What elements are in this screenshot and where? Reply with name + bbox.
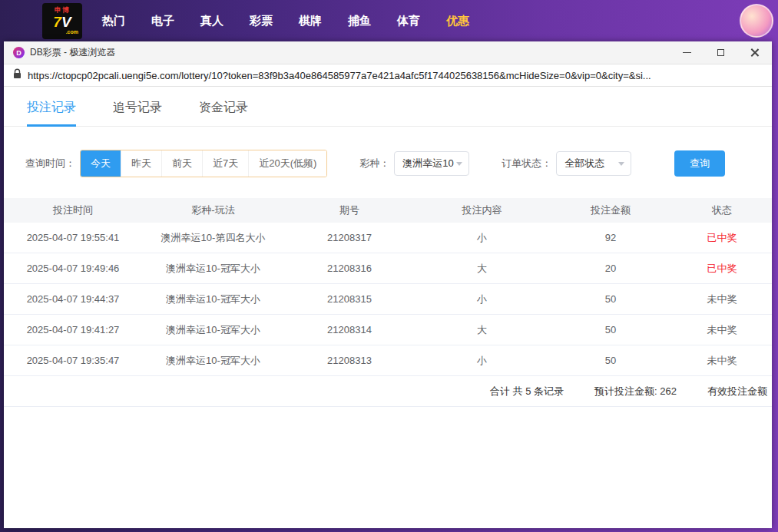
chevron-down-icon	[618, 162, 624, 166]
time-range-option[interactable]: 前天	[161, 150, 202, 177]
table-header-row: 投注时间彩种-玩法期号投注内容投注金额状态	[4, 198, 772, 223]
bet-time: 2025-04-07 19:35:47	[4, 355, 142, 366]
table-row: 2025-04-07 19:41:27 澳洲幸运10-冠军大小 21208314…	[4, 315, 772, 345]
bet-issue: 21208314	[284, 324, 415, 335]
maximize-icon[interactable]	[715, 48, 726, 58]
bet-amount: 50	[549, 293, 672, 305]
order-status-value: 全部状态	[564, 157, 604, 170]
site-logo-main-text: 7V	[42, 15, 82, 29]
nav-item[interactable]: 捕鱼	[348, 14, 371, 28]
bet-content: 大	[415, 323, 549, 337]
lottery-filter-label: 彩种：	[359, 157, 389, 170]
column-header: 投注内容	[415, 203, 549, 217]
bet-status: 未中奖	[672, 323, 772, 337]
nav-item[interactable]: 体育	[397, 14, 420, 28]
bet-amount: 92	[549, 232, 672, 243]
column-header: 状态	[672, 203, 772, 217]
lottery-select[interactable]: 澳洲幸运10	[394, 151, 469, 176]
bet-content: 小	[415, 231, 549, 245]
bet-records-table: 投注时间彩种-玩法期号投注内容投注金额状态 2025-04-07 19:55:4…	[4, 198, 772, 407]
summary-expected-amount: 预计投注金额: 262	[594, 385, 677, 398]
bet-issue: 21208313	[284, 355, 415, 366]
url-text: https://ctopcp02pcali.uengi5e.com/lotter…	[28, 70, 651, 81]
filter-bar: 查询时间： 今天昨天前天近7天近20天(低频) 彩种： 澳洲幸运10 订单状态：…	[25, 150, 772, 177]
bet-status: 未中奖	[672, 354, 772, 368]
column-header: 彩种-玩法	[142, 203, 284, 217]
bet-time: 2025-04-07 19:44:37	[4, 293, 142, 305]
browser-favicon-icon: D	[13, 47, 25, 58]
bet-amount: 20	[549, 263, 672, 274]
site-logo-suffix: .com	[42, 29, 82, 35]
table-row: 2025-04-07 19:55:41 澳洲幸运10-第四名大小 2120831…	[4, 223, 772, 253]
column-header: 投注金额	[549, 203, 672, 217]
column-header: 投注时间	[4, 203, 142, 217]
table-summary-row: 合计 共 5 条记录 预计投注金额: 262 有效投注金额	[4, 376, 772, 407]
bet-content: 小	[415, 354, 549, 368]
minimize-icon[interactable]	[681, 48, 692, 58]
address-bar[interactable]: https://ctopcp02pcali.uengi5e.com/lotter…	[4, 64, 772, 87]
lottery-select-value: 澳洲幸运10	[402, 157, 453, 170]
bet-status: 已中奖	[672, 231, 772, 245]
bet-issue: 21208316	[284, 263, 415, 274]
close-icon[interactable]	[749, 48, 760, 58]
window-titlebar: D DB彩票 - 极速浏览器	[4, 41, 772, 64]
table-row: 2025-04-07 19:49:46 澳洲幸运10-冠军大小 21208316…	[4, 253, 772, 284]
nav-item[interactable]: 真人	[200, 14, 223, 28]
bet-time: 2025-04-07 19:41:27	[4, 324, 142, 335]
bet-time: 2025-04-07 19:49:46	[4, 263, 142, 274]
bet-status: 未中奖	[672, 292, 772, 306]
bet-content: 大	[415, 262, 549, 276]
time-range-group: 今天昨天前天近7天近20天(低频)	[80, 150, 327, 177]
site-nav-items: 热门电子真人彩票棋牌捕鱼体育优惠	[102, 14, 469, 28]
tab[interactable]: 资金记录	[199, 100, 248, 126]
lock-icon	[13, 68, 22, 82]
bet-time: 2025-04-07 19:55:41	[4, 232, 142, 243]
order-status-label: 订单状态：	[502, 157, 551, 170]
bet-status: 已中奖	[672, 262, 772, 276]
user-avatar[interactable]	[740, 4, 773, 38]
bet-issue: 21208317	[284, 232, 415, 243]
tab[interactable]: 投注记录	[27, 100, 76, 126]
tab[interactable]: 追号记录	[113, 100, 162, 126]
bet-game: 澳洲幸运10-冠军大小	[142, 354, 284, 368]
time-range-option[interactable]: 今天	[81, 150, 121, 177]
bet-game: 澳洲幸运10-冠军大小	[142, 323, 284, 337]
window-controls	[681, 48, 763, 58]
nav-item[interactable]: 电子	[151, 14, 174, 28]
table-row: 2025-04-07 19:44:37 澳洲幸运10-冠军大小 21208315…	[4, 284, 772, 315]
record-tabs: 投注记录追号记录资金记录	[4, 87, 772, 127]
bet-game: 澳洲幸运10-冠军大小	[142, 262, 284, 276]
nav-item[interactable]: 热门	[102, 14, 125, 28]
bet-content: 小	[415, 292, 549, 306]
window-title: DB彩票 - 极速浏览器	[30, 46, 115, 59]
summary-valid-amount: 有效投注金额	[707, 385, 767, 398]
table-row: 2025-04-07 19:35:47 澳洲幸运10-冠军大小 21208313…	[4, 345, 772, 376]
search-button[interactable]: 查询	[674, 150, 725, 177]
column-header: 期号	[284, 203, 415, 217]
nav-item[interactable]: 彩票	[250, 14, 273, 28]
time-range-option[interactable]: 近20天(低频)	[248, 150, 326, 177]
table-body: 2025-04-07 19:55:41 澳洲幸运10-第四名大小 2120831…	[4, 223, 772, 376]
bet-game: 澳洲幸运10-冠军大小	[142, 292, 284, 306]
bet-game: 澳洲幸运10-第四名大小	[142, 231, 284, 245]
time-range-option[interactable]: 昨天	[121, 150, 161, 177]
browser-window: D DB彩票 - 极速浏览器 https://ctopcp02pcali.uen…	[4, 41, 772, 528]
site-logo[interactable]: 申博 7V .com	[42, 3, 82, 39]
page-content: 投注记录追号记录资金记录 查询时间： 今天昨天前天近7天近20天(低频) 彩种：…	[4, 87, 772, 528]
summary-total: 合计 共 5 条记录	[490, 385, 564, 398]
bet-amount: 50	[549, 324, 672, 335]
nav-item[interactable]: 棋牌	[299, 14, 322, 28]
order-status-select[interactable]: 全部状态	[556, 151, 631, 176]
time-filter-label: 查询时间：	[25, 157, 75, 170]
chevron-down-icon	[456, 162, 462, 166]
site-navbar: 申博 7V .com 热门电子真人彩票棋牌捕鱼体育优惠	[0, 0, 778, 41]
bet-amount: 50	[549, 355, 672, 366]
time-range-option[interactable]: 近7天	[202, 150, 248, 177]
bet-issue: 21208315	[284, 293, 415, 305]
nav-item[interactable]: 优惠	[446, 14, 469, 28]
